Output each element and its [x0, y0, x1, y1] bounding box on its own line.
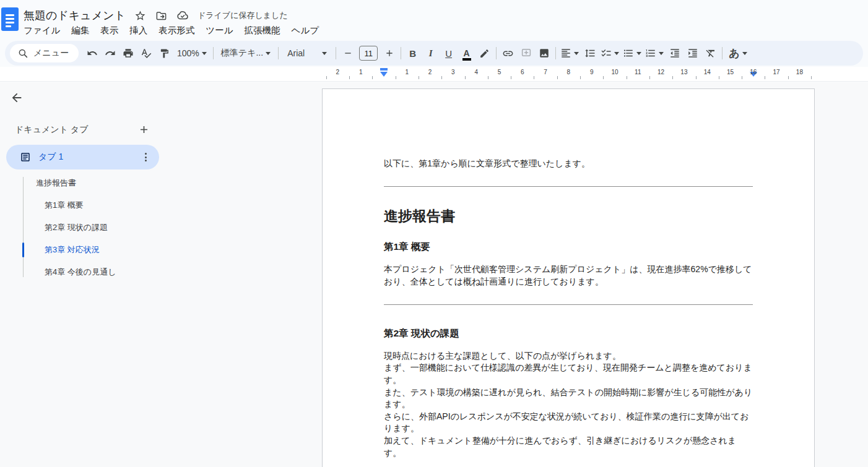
outline-item-label: 第1章 概要	[45, 200, 84, 211]
outline-item[interactable]: 第1章 概要	[0, 194, 173, 216]
bold-button[interactable]: B	[404, 44, 422, 62]
italic-button[interactable]: I	[422, 44, 440, 62]
indent-increase-icon	[687, 48, 698, 59]
input-tools-select[interactable]: あ	[725, 44, 750, 62]
ruler-number: 18	[796, 69, 803, 75]
doc-paragraph: 本プロジェクト「次世代顧客管理システム刷新プロジェクト」は、現在進捗率62%で推…	[384, 263, 753, 288]
ruler-number: 10	[611, 69, 618, 75]
ruler-tick	[511, 76, 511, 79]
underline-button[interactable]: U	[440, 44, 458, 62]
ruler-tick	[649, 76, 650, 79]
highlight-color-button[interactable]	[475, 44, 493, 62]
arrow-back-icon	[10, 91, 24, 105]
link-icon	[502, 48, 514, 59]
underline-icon: U	[445, 48, 452, 59]
ruler-tick	[441, 76, 442, 79]
add-comment-button[interactable]	[517, 44, 535, 62]
undo-button[interactable]	[84, 44, 102, 62]
paragraph-style-select[interactable]: 標準テキ...	[216, 44, 276, 62]
google-docs-logo-icon[interactable]	[1, 7, 19, 31]
outline-item[interactable]: 第2章 現状の課題	[0, 216, 173, 239]
tab-label: タブ 1	[38, 152, 138, 163]
increase-indent-button[interactable]	[684, 44, 701, 62]
doc-divider	[384, 186, 753, 187]
italic-icon: I	[429, 48, 433, 59]
chevron-down-icon	[742, 52, 747, 55]
chevron-down-icon	[574, 52, 579, 55]
outline-item-active[interactable]: 第3章 対応状況	[0, 239, 173, 261]
redo-button[interactable]	[102, 44, 119, 62]
outline-active-bar	[22, 242, 24, 257]
font-family-select[interactable]: Arial	[281, 44, 333, 62]
checklist-select[interactable]	[599, 44, 621, 62]
clear-formatting-button[interactable]	[701, 44, 719, 62]
menu-ヘルプ[interactable]: ヘルプ	[286, 23, 325, 38]
ruler-number: 7	[544, 69, 547, 75]
minus-icon	[343, 48, 353, 58]
menu-編集[interactable]: 編集	[66, 23, 95, 38]
redo-icon	[105, 48, 116, 59]
menu-挿入[interactable]: 挿入	[124, 23, 153, 38]
ruler-number: 13	[680, 69, 687, 75]
outline-item[interactable]: 第4章 今後の見通し	[0, 261, 173, 283]
checklist-icon	[601, 48, 612, 59]
zoom-select[interactable]: 100%	[173, 44, 210, 62]
align-select[interactable]	[558, 44, 581, 62]
menu-ツール[interactable]: ツール	[200, 23, 238, 38]
print-button[interactable]	[119, 44, 137, 62]
tab-options-button[interactable]	[138, 153, 153, 161]
menu-拡張機能[interactable]: 拡張機能	[239, 23, 286, 38]
text-color-button[interactable]: A	[458, 44, 475, 62]
chevron-down-icon	[614, 52, 619, 55]
outline-item-label: 進捗報告書	[36, 178, 76, 189]
ruler-tick	[788, 76, 789, 79]
ruler-tick	[557, 76, 558, 79]
add-comment-icon	[521, 48, 532, 59]
title-bar: 無題のドキュメント ドライブに保存しました ファイル編集表示挿入表示形式ツール拡…	[0, 0, 868, 40]
decrease-font-size-button[interactable]	[339, 44, 357, 62]
search-menus-button[interactable]: メニュー	[10, 44, 79, 62]
line-spacing-button[interactable]	[581, 44, 599, 62]
menu-表示形式[interactable]: 表示形式	[153, 23, 200, 38]
numbered-list-select[interactable]	[643, 44, 666, 62]
document-content[interactable]: 以下に、第1章から順に文章形式で整理いたします。進捗報告書第1章 概要本プロジェ…	[323, 89, 814, 467]
outline-item-label: 第3章 対応状況	[45, 244, 100, 255]
increase-font-size-button[interactable]	[380, 44, 398, 62]
decrease-indent-button[interactable]	[666, 44, 684, 62]
clear-formatting-icon	[705, 48, 716, 59]
chevron-down-icon	[202, 52, 207, 55]
close-tabs-panel-button[interactable]	[10, 91, 25, 106]
ruler-tick	[534, 76, 534, 79]
move-folder-icon[interactable]	[155, 9, 168, 22]
chevron-down-icon	[266, 52, 271, 55]
ruler-number: 16	[750, 69, 757, 75]
ruler-tick	[742, 76, 742, 79]
bulleted-list-select[interactable]	[621, 44, 643, 62]
horizontal-ruler[interactable]: 21123456789101112131415161718	[0, 67, 868, 82]
text-color-icon: A	[464, 49, 470, 58]
doc-heading: 進捗報告書	[384, 207, 753, 225]
font-size-input[interactable]: 11	[359, 46, 378, 61]
chevron-down-icon	[636, 52, 641, 55]
add-tab-button[interactable]	[136, 122, 151, 137]
document-tab-icon	[20, 152, 31, 163]
spell-check-button[interactable]	[137, 44, 155, 62]
document-title[interactable]: 無題のドキュメント	[24, 8, 126, 23]
insert-image-button[interactable]	[535, 44, 553, 62]
cloud-saved-icon[interactable]	[176, 9, 189, 22]
sidebar-tab-1[interactable]: タブ 1	[6, 145, 159, 169]
menu-表示[interactable]: 表示	[95, 23, 124, 38]
menu-ファイル[interactable]: ファイル	[18, 23, 66, 38]
spell-check-icon	[141, 48, 152, 59]
ruler-number: 4	[474, 69, 478, 75]
format-paint-button[interactable]	[155, 44, 173, 62]
indent-decrease-icon	[669, 48, 680, 59]
document-page[interactable]: 以下に、第1章から順に文章形式で整理いたします。進捗報告書第1章 概要本プロジェ…	[322, 88, 815, 467]
search-icon	[17, 48, 28, 59]
insert-link-button[interactable]	[499, 44, 517, 62]
ruler-number: 6	[521, 69, 524, 75]
outline-item[interactable]: 進捗報告書	[0, 172, 173, 194]
chevron-down-icon	[659, 52, 664, 55]
ruler-tick	[488, 76, 488, 79]
star-icon[interactable]	[134, 9, 147, 22]
